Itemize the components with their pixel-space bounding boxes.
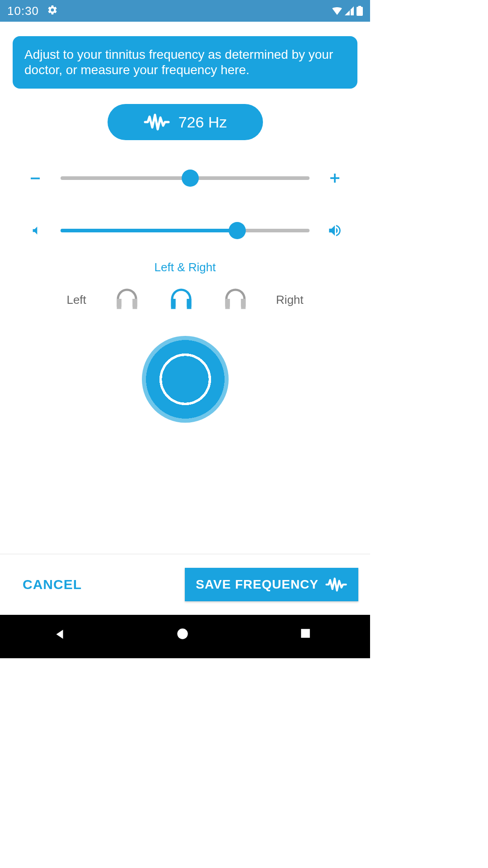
volume-low-icon[interactable]: [25, 221, 45, 241]
frequency-slider-row: [0, 168, 370, 188]
volume-slider[interactable]: [61, 229, 310, 232]
status-bar: 10:30: [0, 0, 370, 22]
volume-slider-row: [0, 221, 370, 241]
svg-point-11: [177, 628, 188, 639]
status-icons: [332, 6, 363, 16]
channel-selector: Left Right: [0, 285, 370, 314]
footer: CANCEL SAVE FREQUENCY: [0, 554, 370, 615]
svg-rect-4: [334, 174, 336, 183]
svg-rect-12: [301, 629, 310, 638]
info-banner: Adjust to your tinnitus frequency as det…: [13, 36, 357, 89]
svg-rect-0: [357, 7, 363, 16]
svg-rect-1: [358, 6, 361, 7]
svg-rect-10: [241, 299, 245, 309]
svg-rect-5: [117, 299, 121, 309]
frequency-slider-thumb[interactable]: [182, 170, 199, 187]
svg-rect-2: [31, 178, 40, 179]
svg-rect-9: [225, 299, 230, 309]
channel-right-label: Right: [276, 293, 304, 307]
waveform-icon: [325, 577, 347, 592]
nav-home-button[interactable]: [176, 627, 194, 646]
wifi-icon: [332, 7, 342, 15]
svg-rect-7: [171, 299, 175, 309]
volume-slider-fill: [61, 229, 237, 232]
main-content: Adjust to your tinnitus frequency as det…: [0, 22, 370, 615]
signal-icon: [345, 6, 354, 15]
headphones-both-icon[interactable]: [168, 285, 195, 314]
plus-icon[interactable]: [325, 168, 345, 188]
frequency-slider[interactable]: [61, 176, 310, 180]
frequency-value: 726 Hz: [178, 113, 227, 131]
status-time: 10:30: [7, 4, 39, 18]
nav-recent-button[interactable]: [300, 627, 318, 646]
cancel-button[interactable]: CANCEL: [23, 577, 82, 592]
navigation-bar: [0, 615, 370, 658]
headphones-left-icon[interactable]: [113, 285, 141, 314]
channel-left-label: Left: [66, 293, 86, 307]
headphones-right-icon[interactable]: [222, 285, 249, 314]
play-icon: [179, 368, 196, 391]
minus-icon[interactable]: [25, 168, 45, 188]
svg-rect-8: [187, 299, 191, 309]
frequency-chip[interactable]: 726 Hz: [108, 104, 263, 140]
save-button-label: SAVE FREQUENCY: [196, 577, 319, 592]
volume-high-icon[interactable]: [325, 221, 345, 241]
volume-slider-thumb[interactable]: [229, 222, 246, 239]
play-button[interactable]: [142, 336, 229, 423]
battery-icon: [357, 6, 363, 16]
channel-selected-label: Left & Right: [0, 260, 370, 274]
save-frequency-button[interactable]: SAVE FREQUENCY: [185, 568, 358, 601]
gear-icon: [47, 5, 58, 17]
info-banner-text: Adjust to your tinnitus frequency as det…: [24, 47, 333, 77]
waveform-icon: [143, 113, 170, 131]
nav-back-button[interactable]: [53, 627, 71, 646]
svg-rect-6: [132, 299, 137, 309]
